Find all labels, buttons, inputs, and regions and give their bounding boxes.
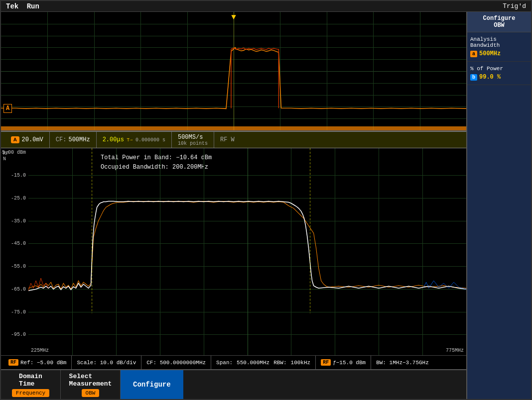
sample-rate-info: 500MS/s 10k points	[172, 132, 214, 148]
sample-rate-value: 500MS/s	[178, 134, 208, 141]
freq-domain: -5.00 dBm -15.0 -25.0 -35.0 -45.0 -55.0 …	[1, 148, 466, 355]
freq-waveform-svg	[28, 148, 466, 313]
freq-y-axis: -5.00 dBm -15.0 -25.0 -35.0 -45.0 -55.0 …	[2, 148, 28, 355]
freq-left-label: 225MHz	[31, 348, 49, 353]
rbw-value: 100kHz	[291, 360, 311, 366]
time-domain: ▼ A	[1, 12, 466, 131]
time-info-bar: A 20.0mV CF: 500MHz 2.00μs ⊤→ 0.000000 s	[1, 131, 466, 148]
select-measurement-label: SelectMeasurement	[69, 373, 112, 388]
time-offset-value: 0.000000 s	[135, 137, 165, 143]
time-div-value: 2.00μs	[103, 136, 124, 143]
rf-corner-label: RFN	[3, 151, 9, 162]
channel-info: A 20.0mV	[5, 132, 50, 148]
scale-value: Scale: 10.0 dB/div	[77, 360, 136, 366]
voltage-value: 20.0mV	[22, 136, 43, 143]
y-tick-9: -95.0	[11, 332, 26, 337]
rf-badge-1: RF	[8, 359, 18, 366]
bw-range-cell: BW: 1MHz−3.75GHz	[371, 356, 434, 369]
trig-status: Trig'd	[503, 2, 526, 10]
rf-ref-cell: RF Ref: −5.00 dBm	[3, 356, 72, 369]
right-panel-header: ConfigureOBW	[467, 12, 531, 32]
configure-button[interactable]: Configure	[121, 370, 183, 399]
configure-label: Configure	[133, 381, 171, 389]
bottom-controls: DomainTime Frequency SelectMeasurement O…	[1, 369, 466, 399]
freq-bottom-labels: 225MHz 775MHz	[28, 348, 466, 353]
rf-info: RF W	[214, 132, 241, 148]
y-tick-3: -25.0	[11, 195, 26, 200]
power-pct-value-row: b 99.0 %	[470, 74, 528, 81]
domain-time-button[interactable]: DomainTime Frequency	[1, 370, 61, 399]
y-tick-8: -75.0	[11, 309, 26, 314]
y-tick-7: -65.0	[11, 286, 26, 292]
power-pct-section: % of Power b 99.0 %	[467, 62, 531, 85]
power-pct-title: % of Power	[470, 66, 528, 72]
cf-info: CF: 500MHz	[50, 132, 97, 148]
freq-right-label: 775MHz	[446, 348, 464, 353]
span-cell: Span: 550.000MHz RBW: 100kHz	[211, 356, 316, 369]
analysis-bw-value: 500MHz	[479, 50, 501, 57]
points-value: 10k points	[178, 141, 208, 146]
badge-a: a	[470, 51, 477, 57]
y-tick-4: -35.0	[11, 218, 26, 223]
obw-sub-label: OBW	[82, 389, 100, 397]
brand-label: Tek Run	[6, 2, 39, 10]
time-offset-row: ⊤→ 0.000000 s	[127, 137, 165, 143]
cf-freq-value: CF: 500.0000000MHz	[146, 360, 206, 366]
top-bar: Tek Run Trig'd	[1, 1, 531, 12]
time-waveform-svg	[1, 12, 466, 130]
span-label: Span:	[216, 360, 233, 366]
bw-range-value: BW: 1MHz−3.75GHz	[376, 360, 429, 366]
analysis-bw-section: AnalysisBandwidth a 500MHz	[467, 32, 531, 62]
y-tick-5: -45.0	[11, 241, 26, 246]
rf-label: RF W	[220, 136, 235, 143]
freq-info-bar: RF Ref: −5.00 dBm Scale: 10.0 dB/div CF:…	[1, 355, 466, 369]
analysis-bw-value-row: a 500MHz	[470, 50, 528, 57]
span-value: 550.000MHz	[237, 360, 269, 366]
main-content: ▼ A	[1, 12, 531, 399]
rf-badge-2: RF	[321, 359, 331, 366]
domain-time-label: DomainTime	[19, 373, 42, 388]
rf-db-value: ƒ−15.0 dBm	[333, 360, 366, 366]
badge-b: b	[470, 74, 477, 81]
rbw-label: RBW:	[273, 360, 286, 366]
ref-level-value: Ref: −5.00 dBm	[20, 360, 66, 366]
cf-freq-cell: CF: 500.0000000MHz	[141, 356, 211, 369]
y-tick-6: -55.0	[11, 264, 26, 269]
analysis-bw-title: AnalysisBandwidth	[470, 36, 528, 48]
y-tick-2: -15.0	[11, 173, 26, 178]
time-div-info: 2.00μs ⊤→ 0.000000 s	[97, 132, 172, 148]
channel-a-marker: A	[3, 104, 12, 113]
oscilloscope-display: Tek Run Trig'd	[0, 0, 532, 400]
scale-cell: Scale: 10.0 dB/div	[72, 356, 141, 369]
waveform-area: ▼ A	[1, 12, 466, 399]
cf-value: 500MHz	[68, 136, 90, 143]
rf-db-cell: RF ƒ−15.0 dBm	[316, 356, 371, 369]
power-pct-value: 99.0 %	[479, 74, 501, 81]
right-panel: ConfigureOBW AnalysisBandwidth a 500MHz …	[466, 12, 531, 399]
orange-bottom-band	[1, 126, 466, 130]
frequency-sub-label: Frequency	[12, 389, 49, 397]
select-measurement-button[interactable]: SelectMeasurement OBW	[61, 370, 121, 399]
ch-badge-a: A	[11, 136, 19, 143]
